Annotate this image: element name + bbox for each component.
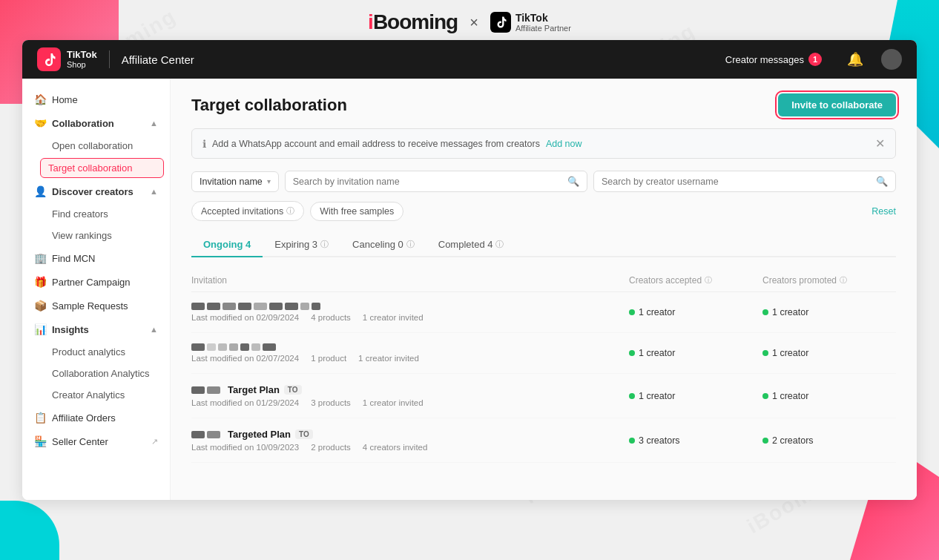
sidebar-section-discover-creators[interactable]: 👤 Discover creators ▲ — [22, 179, 170, 203]
invitation-name-search[interactable]: 🔍 — [285, 171, 587, 192]
sidebar-section-insights[interactable]: 📊 Insights ▲ — [22, 317, 170, 341]
creator-username-search[interactable]: 🔍 — [593, 171, 896, 192]
inv-name-text-3: Target Plan — [228, 384, 280, 395]
search-creator-input[interactable] — [602, 177, 872, 187]
sidebar-item-target-collaboration[interactable]: Target collaboration — [40, 158, 164, 178]
tab-completed[interactable]: Completed 4 ⓘ — [426, 233, 516, 257]
partner-campaign-label: Partner Campaign — [52, 277, 131, 288]
creators-promoted-cell-3: 1 creator — [762, 391, 896, 401]
search-invitation-input[interactable] — [293, 177, 563, 187]
tab-expiring[interactable]: Expiring 3 ⓘ — [263, 233, 340, 257]
promoted-dot-1 — [762, 309, 768, 315]
tab-canceling[interactable]: Canceling 0 ⓘ — [340, 233, 426, 257]
invitation-name-filter[interactable]: Invitation name ▾ — [191, 171, 279, 192]
creators-accepted-value-1: 1 creator — [639, 307, 675, 317]
products-3: 3 products — [311, 398, 351, 407]
notification-bell-icon[interactable]: 🔔 — [841, 48, 869, 70]
orders-icon: 📋 — [34, 412, 46, 424]
brand-name: iBooming — [368, 10, 458, 34]
find-mcn-label: Find MCN — [52, 253, 96, 264]
sidebar-item-open-collaboration[interactable]: Open collaboration — [22, 135, 170, 157]
alert-text: Add a WhatsApp account and email address… — [212, 139, 540, 149]
main-content: Target collaboration Invite to collabora… — [171, 79, 917, 500]
inv-meta-1: Last modified on 02/09/2024 4 products 1… — [191, 313, 629, 322]
creators-accepted-cell-2: 1 creator — [629, 348, 762, 358]
creators-promoted-cell-2: 1 creator — [762, 348, 896, 358]
tiktok-shop-icon — [37, 47, 61, 71]
user-avatar[interactable] — [881, 49, 902, 70]
sidebar-item-seller-center[interactable]: 🏪 Seller Center ↗ — [22, 429, 170, 453]
external-link-icon: ↗ — [151, 437, 158, 447]
creator-messages-button[interactable]: Creator messages 1 — [718, 48, 829, 70]
table-row[interactable]: Last modified on 02/09/2024 4 products 1… — [191, 292, 896, 333]
table-row[interactable]: Last modified on 02/07/2024 1 product 1 … — [191, 333, 896, 374]
creators-promoted-header: Creators promoted — [762, 275, 837, 286]
sidebar-insights-label: Insights — [52, 324, 89, 335]
col-invitation: Invitation — [191, 275, 629, 286]
accepted-info-icon: ⓘ — [286, 205, 294, 217]
accepted-dot-3 — [629, 393, 635, 399]
tag-filters-row: Accepted invitations ⓘ With free samples… — [191, 201, 896, 221]
invitation-cell-1: Last modified on 02/09/2024 4 products 1… — [191, 303, 629, 322]
open-collaboration-label: Open collaboration — [52, 140, 133, 151]
free-samples-filter[interactable]: With free samples — [310, 202, 403, 221]
last-modified-2: Last modified on 02/07/2024 — [191, 354, 299, 363]
alert-close-button[interactable]: ✕ — [875, 136, 885, 151]
seller-center-label: Seller Center — [52, 436, 108, 447]
deco-corner-bottom-left — [0, 501, 59, 560]
sidebar-item-home[interactable]: 🏠 Home — [22, 88, 170, 111]
sidebar-section-collaboration[interactable]: 🤝 Collaboration ▲ — [22, 111, 170, 135]
last-modified-1: Last modified on 02/09/2024 — [191, 313, 299, 322]
top-navigation: TikTok Shop Affiliate Center Creator mes… — [22, 40, 917, 79]
collaboration-icon: 🤝 — [34, 117, 46, 129]
tab-canceling-label: Canceling 0 — [352, 239, 403, 250]
table-row[interactable]: Targeted Plan TO Last modified on 10/09/… — [191, 418, 896, 463]
affiliate-partner-text: Affiliate Partner — [515, 24, 571, 33]
creators-promoted-value-4: 2 creators — [772, 435, 814, 446]
nav-divider — [109, 50, 110, 68]
sidebar-item-product-analytics[interactable]: Product analytics — [22, 341, 170, 363]
tab-expiring-label: Expiring 3 — [274, 239, 317, 250]
nav-affiliate-center-title: Affiliate Center — [122, 53, 194, 66]
sidebar-item-collaboration-analytics[interactable]: Collaboration Analytics — [22, 363, 170, 384]
reset-filters-button[interactable]: Reset — [872, 206, 896, 217]
collaboration-analytics-label: Collaboration Analytics — [52, 368, 150, 379]
tiktok-text: TikTok — [515, 12, 571, 24]
filter-label: Invitation name — [200, 177, 263, 187]
accepted-dot-2 — [629, 350, 635, 356]
sidebar-item-view-rankings[interactable]: View rankings — [22, 225, 170, 246]
inv-name-blocks-4 — [191, 431, 220, 438]
invite-to-collaborate-button[interactable]: Invite to collaborate — [778, 93, 896, 116]
table-row[interactable]: Target Plan TO Last modified on 01/29/20… — [191, 374, 896, 418]
inv-meta-2: Last modified on 02/07/2024 1 product 1 … — [191, 354, 629, 363]
sidebar-item-partner-campaign[interactable]: 🎁 Partner Campaign — [22, 270, 170, 294]
inv-tag-3: TO — [284, 385, 302, 395]
target-collaboration-label: Target collaboration — [48, 162, 132, 174]
tab-ongoing[interactable]: Ongoing 4 — [191, 233, 263, 257]
completed-info-icon: ⓘ — [495, 239, 504, 250]
invitation-cell-2: Last modified on 02/07/2024 1 product 1 … — [191, 343, 629, 363]
sidebar-item-find-mcn[interactable]: 🏢 Find MCN — [22, 246, 170, 270]
accepted-invitations-filter[interactable]: Accepted invitations ⓘ — [191, 201, 304, 221]
creator-messages-label: Creator messages — [725, 54, 804, 65]
tiktok-logo-icon — [490, 12, 511, 33]
creators-promoted-value-2: 1 creator — [772, 348, 808, 358]
creators-accepted-cell-3: 1 creator — [629, 391, 762, 401]
sidebar-item-find-creators[interactable]: Find creators — [22, 203, 170, 225]
free-samples-label: With free samples — [320, 206, 394, 217]
chevron-down-icon: ▲ — [150, 187, 158, 196]
col-creators-promoted: Creators promoted ⓘ — [762, 275, 896, 286]
invitation-cell-3: Target Plan TO Last modified on 01/29/20… — [191, 384, 629, 407]
sidebar-item-creator-analytics[interactable]: Creator Analytics — [22, 384, 170, 406]
search-creator-icon: 🔍 — [876, 176, 888, 187]
mcn-icon: 🏢 — [34, 252, 46, 264]
creators-promoted-cell-1: 1 creator — [762, 307, 896, 317]
nav-shop-text: TikTok Shop — [67, 49, 97, 70]
insights-chevron-icon: ▲ — [150, 325, 158, 334]
sidebar-home-label: Home — [52, 94, 78, 105]
home-icon: 🏠 — [34, 93, 46, 105]
accepted-dot-1 — [629, 309, 635, 315]
sidebar-item-sample-requests[interactable]: 📦 Sample Requests — [22, 294, 170, 317]
sidebar-item-affiliate-orders[interactable]: 📋 Affiliate Orders — [22, 406, 170, 429]
add-now-link[interactable]: Add now — [546, 139, 582, 149]
